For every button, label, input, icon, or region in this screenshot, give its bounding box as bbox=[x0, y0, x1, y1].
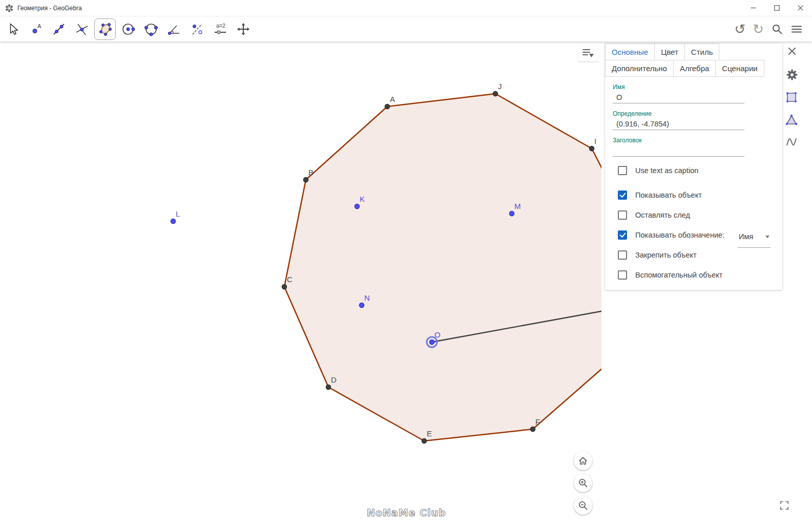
redo-button[interactable]: ↻ bbox=[753, 23, 764, 36]
tab-advanced[interactable]: Дополнительно bbox=[605, 60, 674, 77]
tool-bar: A bbox=[0, 16, 812, 41]
definition-input[interactable] bbox=[613, 118, 744, 130]
definition-field-label: Определение bbox=[613, 110, 744, 117]
circle-center-icon bbox=[120, 22, 136, 37]
point-label-K: K bbox=[360, 195, 365, 203]
tool-slider[interactable]: a=2 bbox=[210, 18, 231, 40]
tab-algebra[interactable]: Алгебра bbox=[673, 60, 716, 77]
polygon-shape[interactable] bbox=[284, 94, 601, 441]
graphics-view[interactable]: ABCDEFIJKLMNO bbox=[0, 41, 601, 529]
trace-checkbox[interactable] bbox=[618, 210, 627, 220]
hamburger-menu-icon bbox=[790, 23, 803, 35]
point-label-I: I bbox=[594, 137, 596, 145]
point-label-C: C bbox=[287, 275, 293, 284]
tool-reflect[interactable] bbox=[186, 18, 208, 40]
tool-polygon[interactable] bbox=[94, 18, 116, 40]
tab-style[interactable]: Стиль bbox=[684, 44, 720, 60]
undo-icon: ↺ bbox=[734, 23, 745, 36]
close-button[interactable] bbox=[788, 0, 812, 16]
auxiliary-object-checkbox[interactable] bbox=[618, 270, 627, 280]
props-tabs-row-1: Основные Цвет Стиль bbox=[605, 44, 782, 60]
angle-icon bbox=[166, 22, 182, 37]
fix-object-checkbox[interactable] bbox=[618, 250, 627, 260]
geogebra-logo-icon bbox=[5, 4, 13, 12]
point-label-A: A bbox=[390, 95, 395, 103]
gear-icon bbox=[785, 68, 799, 81]
global-settings-button[interactable] bbox=[785, 68, 799, 83]
definition-field-group: Определение bbox=[613, 110, 744, 130]
tool-angle[interactable] bbox=[163, 18, 185, 40]
object-properties-button[interactable] bbox=[785, 114, 798, 128]
function-settings-button[interactable] bbox=[785, 136, 798, 150]
graphics-view-icon bbox=[785, 91, 798, 103]
chevron-down-icon bbox=[765, 236, 769, 238]
point-I[interactable]: I bbox=[589, 137, 596, 151]
reflect-icon bbox=[190, 22, 205, 37]
close-panel-icon bbox=[788, 47, 796, 55]
tab-basic[interactable]: Основные bbox=[605, 44, 655, 60]
move-cursor-icon bbox=[5, 22, 20, 37]
menu-button[interactable] bbox=[790, 23, 803, 35]
tool-pan-view[interactable] bbox=[233, 18, 254, 40]
minimize-button[interactable] bbox=[741, 0, 765, 16]
point-label-E: E bbox=[427, 429, 432, 438]
slider-icon: a=2 bbox=[213, 22, 228, 37]
redo-icon: ↻ bbox=[753, 23, 764, 36]
maximize-button[interactable] bbox=[765, 0, 788, 16]
fix-object-label: Закрепить объект bbox=[635, 251, 697, 259]
tab-scripting[interactable]: Сценарии bbox=[715, 60, 764, 77]
checkbox-row-auxiliary: Вспомогательный объект bbox=[618, 270, 782, 280]
circle-points-icon bbox=[143, 22, 159, 37]
tool-line[interactable] bbox=[48, 18, 70, 40]
home-button[interactable] bbox=[574, 452, 592, 470]
tool-move[interactable] bbox=[2, 18, 24, 40]
point-J[interactable]: J bbox=[493, 82, 502, 96]
checkbox-row-show-label: Показывать обозначение: Имя bbox=[618, 230, 782, 240]
window-title: Геометрия - GeoGebra bbox=[17, 5, 82, 12]
show-object-checkbox[interactable] bbox=[618, 191, 627, 200]
name-field-group: Имя bbox=[613, 83, 744, 103]
title-bar: Геометрия - GeoGebra bbox=[0, 0, 812, 16]
point-label-D: D bbox=[331, 375, 337, 384]
search-button[interactable] bbox=[771, 23, 783, 35]
zoom-out-icon bbox=[578, 500, 588, 511]
geometry-canvas[interactable]: ABCDEFIJKLMNO bbox=[0, 41, 601, 529]
auxiliary-object-label: Вспомогательный объект bbox=[635, 271, 722, 279]
point-label-O: O bbox=[434, 330, 441, 339]
line-icon bbox=[51, 22, 67, 37]
svg-text:a=2: a=2 bbox=[216, 23, 225, 29]
minimize-icon bbox=[751, 5, 756, 11]
checkbox-row-show-object: Показывать объект bbox=[618, 191, 782, 200]
point-L[interactable]: L bbox=[171, 209, 180, 224]
tool-point[interactable]: A bbox=[25, 18, 47, 40]
graphics-settings-button[interactable] bbox=[785, 91, 798, 105]
point-label-F: F bbox=[535, 417, 540, 426]
fullscreen-button[interactable] bbox=[779, 500, 790, 513]
use-text-caption-checkbox[interactable] bbox=[618, 166, 627, 175]
tool-circle-through-points[interactable] bbox=[140, 18, 162, 40]
tool-circle-with-center[interactable] bbox=[117, 18, 139, 40]
name-input[interactable] bbox=[613, 92, 744, 103]
tab-color[interactable]: Цвет bbox=[654, 44, 685, 60]
caption-input[interactable] bbox=[613, 145, 744, 157]
zoom-out-button[interactable] bbox=[574, 496, 592, 515]
search-icon bbox=[771, 23, 783, 35]
point-label-L: L bbox=[176, 209, 180, 218]
show-object-label: Показывать объект bbox=[635, 191, 702, 199]
stylebar-toggle-button[interactable] bbox=[578, 45, 598, 61]
label-style-dropdown[interactable]: Имя bbox=[738, 232, 771, 248]
caption-field-label: Заголовок bbox=[613, 137, 744, 144]
zoom-in-icon bbox=[578, 478, 588, 488]
properties-panel: Основные Цвет Стиль Дополнительно Алгебр… bbox=[605, 44, 782, 290]
point-label-B: B bbox=[308, 168, 314, 177]
tool-intersect[interactable] bbox=[71, 18, 93, 40]
zoom-in-button[interactable] bbox=[574, 474, 592, 492]
checkbox-row-use-text-caption: Use text as caption bbox=[618, 166, 782, 175]
maximize-icon bbox=[774, 5, 780, 11]
fullscreen-icon bbox=[779, 500, 790, 511]
triangle-object-icon bbox=[785, 114, 798, 126]
show-label-checkbox[interactable] bbox=[618, 230, 627, 240]
undo-button[interactable]: ↺ bbox=[734, 23, 745, 36]
pan-arrows-icon bbox=[236, 22, 251, 37]
panel-close-button[interactable] bbox=[788, 47, 796, 57]
